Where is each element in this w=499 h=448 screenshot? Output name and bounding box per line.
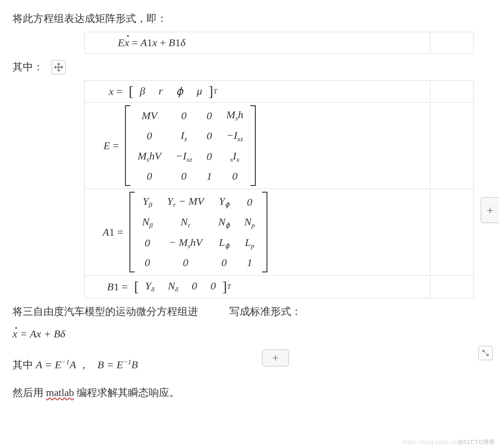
paragraph-AB-def: 其中 A = E−1A ， B = E−1B [13, 356, 486, 374]
label-where: 其中： [13, 58, 43, 76]
equation-table-main: Ex = A1x + B1δ [84, 32, 474, 54]
matrix-E: MV00Msh0Iz0−IxzMshV−Ixz0sIx0010 [130, 105, 250, 186]
equation-number-cell [430, 32, 474, 54]
expand-icon[interactable] [478, 346, 493, 360]
paragraph-standardform: 将三自由度汽车模型的运动微分方程组进写成标准形式： [13, 303, 486, 320]
equation-E-matrix: E = MV00Msh0Iz0−IxzMshV−Ixz0sIx0010 [85, 103, 430, 189]
equation-B1-vector: B1 = [ YδNδ00 ] T [85, 276, 430, 298]
equation-A1-matrix: A1 = YβYr − MVYϕ0NβNrNϕNp0− MshVLϕLp0001 [85, 189, 430, 276]
move-icon[interactable] [52, 60, 66, 74]
add-side-button[interactable]: + [481, 197, 499, 223]
B1-row-vec: YδNδ00 [139, 278, 222, 295]
add-inline-button[interactable]: + [262, 349, 289, 366]
equation-table-defs: x = [ βrϕμ ] T E = MV00Msh0Iz0−IxzM [84, 80, 474, 298]
equation-x-vector: x = [ βrϕμ ] T [85, 81, 430, 103]
paragraph-intro: 将此方程组表达成矩阵形式，即： [13, 10, 486, 27]
paragraph-matlab: 然后用 matlab 编程求解其瞬态响应。 [13, 384, 486, 401]
matrix-A1: YβYr − MVYϕ0NβNrNϕNp0− MshVLϕLp0001 [135, 192, 262, 272]
equation-xdot-AxBd: x = Ax + Bδ [13, 325, 486, 343]
x-row-vec: βrϕμ [133, 83, 208, 99]
equation-Exdot: Ex = A1x + B1δ [85, 32, 430, 54]
watermark-text: https://blog.csdn.ne@51CTO博客 [402, 438, 495, 446]
